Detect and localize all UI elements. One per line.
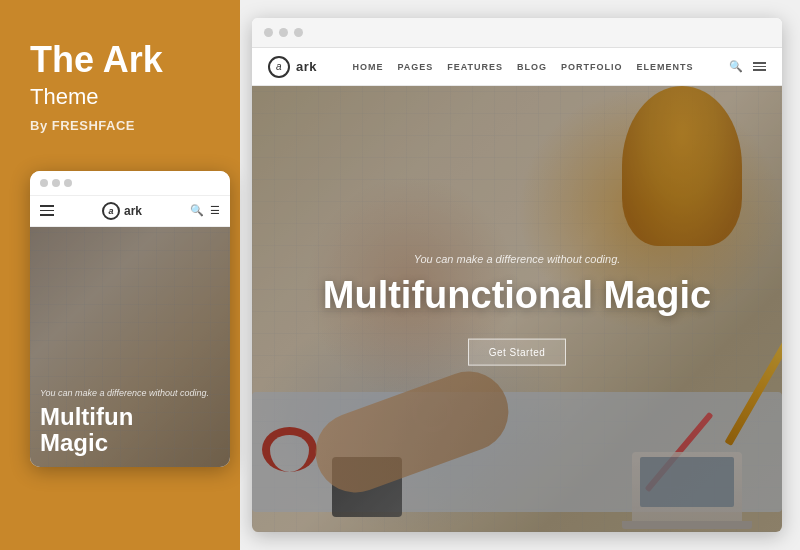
- desktop-menu-icon[interactable]: [753, 62, 766, 71]
- desktop-logo-circle: a: [268, 56, 290, 78]
- desktop-hero: You can make a difference without coding…: [252, 86, 782, 532]
- desktop-hero-headline: Multifunctional Magic: [305, 275, 729, 317]
- mobile-top-bar: [30, 171, 230, 196]
- mobile-window-dots: [40, 179, 72, 187]
- desktop-nav-actions: 🔍: [729, 60, 766, 73]
- desktop-nav-links: HOME PAGES FEATURES BLOG PORTFOLIO ELEME…: [352, 62, 693, 72]
- nav-link-elements[interactable]: ELEMENTS: [637, 62, 694, 72]
- nav-link-blog[interactable]: BLOG: [517, 62, 547, 72]
- mobile-hero: You can make a difference without coding…: [30, 227, 230, 467]
- by-label: By: [30, 118, 48, 133]
- desktop-dot-1: [264, 28, 273, 37]
- desktop-hero-content: You can make a difference without coding…: [305, 253, 729, 366]
- mobile-dot-2: [52, 179, 60, 187]
- desktop-search-icon[interactable]: 🔍: [729, 60, 743, 73]
- mobile-nav-icons: 🔍 ☰: [190, 204, 220, 217]
- mobile-hero-text: You can make a difference without coding…: [40, 388, 220, 457]
- desktop-dot-3: [294, 28, 303, 37]
- mobile-mockup: a ark 🔍 ☰ You can make a difference with…: [30, 171, 230, 467]
- mobile-dot-1: [40, 179, 48, 187]
- right-panel: a ark HOME PAGES FEATURES BLOG PORTFOLIO…: [240, 0, 800, 550]
- mobile-hero-tagline: You can make a difference without coding…: [40, 388, 220, 398]
- theme-subtitle: Theme: [30, 84, 98, 110]
- mobile-hamburger-icon[interactable]: [40, 205, 54, 216]
- desktop-cta-button[interactable]: Get Started: [468, 338, 567, 365]
- mobile-logo-text: ark: [124, 204, 142, 218]
- nav-link-portfolio[interactable]: PORTFOLIO: [561, 62, 623, 72]
- left-panel: The Ark Theme By FRESHFACE a ark: [0, 0, 240, 550]
- mobile-search-icon[interactable]: 🔍: [190, 204, 204, 217]
- theme-by: By FRESHFACE: [30, 118, 135, 133]
- desktop-nav-bar: a ark HOME PAGES FEATURES BLOG PORTFOLIO…: [252, 48, 782, 86]
- desktop-logo: a ark: [268, 56, 317, 78]
- mobile-logo-circle: a: [102, 202, 120, 220]
- author-name: FRESHFACE: [52, 118, 135, 133]
- mobile-nav: a ark 🔍 ☰: [30, 196, 230, 227]
- desktop-dot-2: [279, 28, 288, 37]
- mobile-menu-icon[interactable]: ☰: [210, 204, 220, 217]
- mobile-dot-3: [64, 179, 72, 187]
- desktop-logo-text: ark: [296, 59, 317, 74]
- nav-link-home[interactable]: HOME: [352, 62, 383, 72]
- nav-link-pages[interactable]: PAGES: [397, 62, 433, 72]
- desktop-top-bar: [252, 18, 782, 48]
- mobile-logo: a ark: [102, 202, 142, 220]
- desktop-hero-tagline: You can make a difference without coding…: [305, 253, 729, 265]
- mobile-hero-headline: Multifun Magic: [40, 404, 220, 457]
- nav-link-features[interactable]: FEATURES: [447, 62, 503, 72]
- desktop-mockup: a ark HOME PAGES FEATURES BLOG PORTFOLIO…: [252, 18, 782, 532]
- theme-title: The Ark: [30, 40, 163, 80]
